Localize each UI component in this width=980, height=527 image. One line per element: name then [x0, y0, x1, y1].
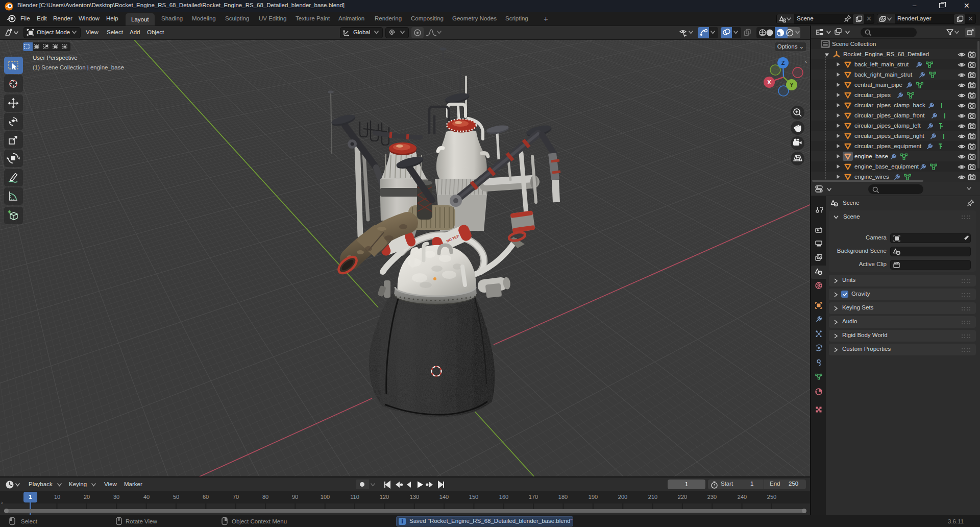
- svg-text:Y: Y: [790, 82, 794, 88]
- svg-text:X: X: [767, 79, 771, 85]
- svg-text:Z: Z: [781, 60, 785, 66]
